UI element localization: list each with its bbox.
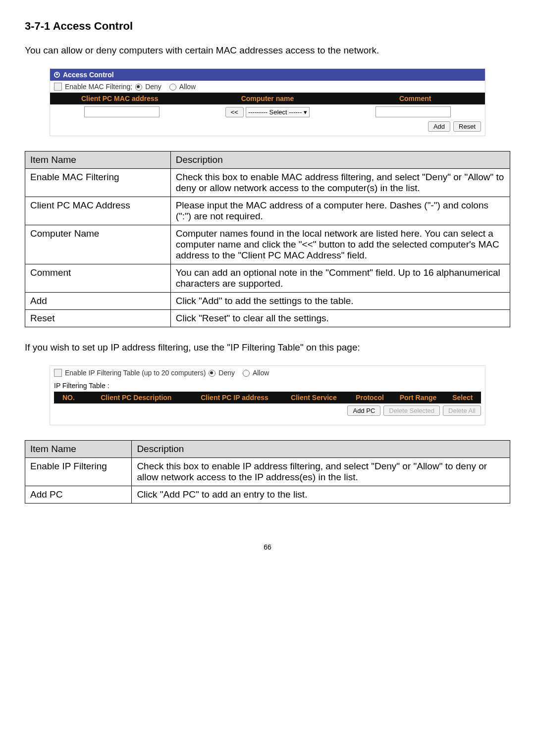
ip-deny-radio[interactable] bbox=[209, 370, 215, 377]
cell: Enable MAC Filtering bbox=[25, 169, 171, 197]
ip-enable-row: Enable IP Filtering Table (up to 20 comp… bbox=[54, 369, 481, 382]
delete-all-button[interactable]: Delete All bbox=[443, 405, 481, 416]
table-row: Enable IP FilteringCheck this box to ena… bbox=[25, 458, 510, 486]
bullet-icon bbox=[54, 72, 60, 78]
cell: Reset bbox=[25, 310, 171, 327]
cell: Computer names found in the local networ… bbox=[170, 225, 510, 264]
select-placeholder: --------- Select ------ bbox=[248, 108, 302, 116]
enable-ip-checkbox[interactable] bbox=[54, 369, 62, 377]
comment-input[interactable] bbox=[375, 106, 451, 117]
cell: Computer Name bbox=[25, 225, 171, 264]
chevron-down-icon: ▾ bbox=[304, 108, 307, 116]
table-row: AddClick "Add" to add the settings to th… bbox=[25, 293, 510, 310]
col-comment: Comment bbox=[345, 93, 485, 104]
table2-header-desc: Description bbox=[132, 441, 510, 458]
cell: You can add an optional note in the "Com… bbox=[170, 264, 510, 293]
deny-radio[interactable] bbox=[135, 84, 142, 91]
cell: Comment bbox=[25, 264, 171, 293]
add-button[interactable]: Add bbox=[428, 121, 450, 132]
cell: Enable IP Filtering bbox=[25, 458, 132, 486]
col-mac: Client PC MAC address bbox=[50, 93, 190, 104]
enable-ip-label: Enable IP Filtering Table (up to 20 comp… bbox=[65, 369, 206, 377]
panel-title: Access Control bbox=[63, 71, 114, 79]
col-proto: Protocol bbox=[348, 392, 392, 403]
table-row: Enable MAC FilteringCheck this box to en… bbox=[25, 169, 510, 197]
page-number: 66 bbox=[25, 543, 510, 551]
access-control-panel: Access Control Enable MAC Filtering; Den… bbox=[50, 68, 485, 136]
table-row: Add PCClick "Add PC" to add an entry to … bbox=[25, 486, 510, 504]
cell: Add bbox=[25, 293, 171, 310]
col-ip: Client PC IP address bbox=[189, 392, 280, 403]
mac-filter-row: Enable MAC Filtering; Deny Allow bbox=[50, 81, 485, 93]
cell: Add PC bbox=[25, 486, 132, 504]
ip-allow-label: Allow bbox=[253, 369, 269, 377]
ip-table-label: IP Filtering Table : bbox=[54, 382, 481, 390]
section-heading: 3-7-1 Access Control bbox=[25, 20, 510, 33]
reset-button[interactable]: Reset bbox=[453, 121, 481, 132]
cell: Click "Add" to add the settings to the t… bbox=[170, 293, 510, 310]
table2-header-name: Item Name bbox=[25, 441, 132, 458]
deny-label: Deny bbox=[145, 83, 161, 91]
cell: Check this box to enable IP address filt… bbox=[132, 458, 510, 486]
col-port: Port Range bbox=[392, 392, 444, 403]
col-service: Client Service bbox=[280, 392, 347, 403]
col-desc: Client PC Description bbox=[83, 392, 189, 403]
ip-allow-radio[interactable] bbox=[243, 370, 250, 377]
col-name: Computer name bbox=[190, 93, 346, 104]
cell: Check this box to enable MAC address fil… bbox=[170, 169, 510, 197]
cell: Click "Add PC" to add an entry to the li… bbox=[132, 486, 510, 504]
access-columns-header: Client PC MAC address Computer name Comm… bbox=[50, 93, 485, 104]
access-input-row: << --------- Select ------ ▾ bbox=[50, 104, 485, 119]
allow-label: Allow bbox=[179, 83, 196, 91]
table-row: ResetClick "Reset" to clear all the sett… bbox=[25, 310, 510, 327]
table-row: Computer NameComputer names found in the… bbox=[25, 225, 510, 264]
cell: Click "Reset" to clear all the settings. bbox=[170, 310, 510, 327]
panel-titlebar: Access Control bbox=[50, 69, 485, 81]
cell: Client PC MAC Address bbox=[25, 197, 171, 225]
col-no: NO. bbox=[54, 392, 83, 403]
mid-sentence: If you wish to set up IP address filteri… bbox=[25, 342, 510, 353]
table1-header-name: Item Name bbox=[25, 151, 171, 169]
cell: Please input the MAC address of a comput… bbox=[170, 197, 510, 225]
col-select: Select bbox=[444, 392, 481, 403]
mac-address-input[interactable] bbox=[84, 106, 160, 117]
add-pc-button[interactable]: Add PC bbox=[347, 405, 380, 416]
ip-deny-label: Deny bbox=[218, 369, 235, 377]
table-row: CommentYou can add an optional note in t… bbox=[25, 264, 510, 293]
enable-mac-label: Enable MAC Filtering; bbox=[65, 83, 132, 91]
enable-mac-checkbox[interactable] bbox=[54, 83, 62, 91]
delete-selected-button[interactable]: Delete Selected bbox=[383, 405, 440, 416]
table-row: Client PC MAC AddressPlease input the MA… bbox=[25, 197, 510, 225]
ip-desc-table: Item Name Description Enable IP Filterin… bbox=[25, 440, 510, 504]
allow-radio[interactable] bbox=[169, 84, 176, 91]
ip-columns-header: NO. Client PC Description Client PC IP a… bbox=[54, 392, 481, 403]
ip-filtering-panel: Enable IP Filtering Table (up to 20 comp… bbox=[50, 365, 485, 425]
intro-text: You can allow or deny computers with cer… bbox=[25, 45, 510, 56]
copy-left-button[interactable]: << bbox=[225, 107, 244, 117]
computer-name-select[interactable]: --------- Select ------ ▾ bbox=[246, 107, 310, 117]
access-desc-table: Item Name Description Enable MAC Filteri… bbox=[25, 151, 510, 327]
table1-header-desc: Description bbox=[170, 151, 510, 169]
